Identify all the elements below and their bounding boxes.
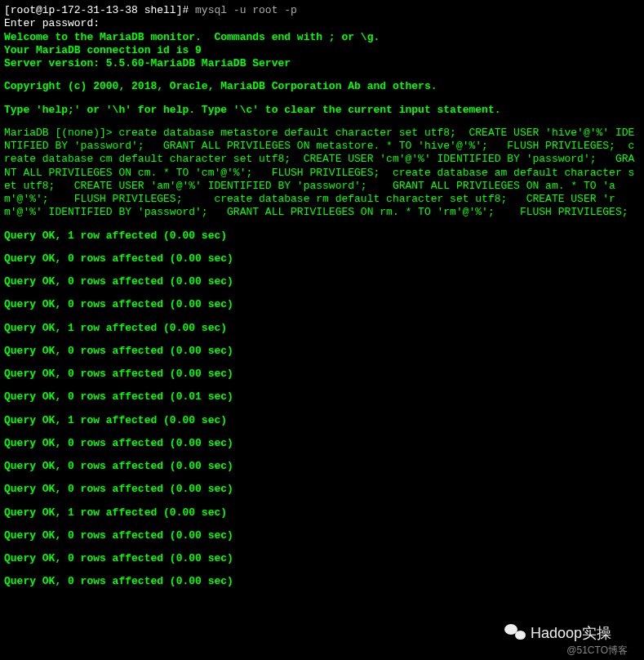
query-result-line: Query OK, 0 rows affected (0.00 sec): [4, 275, 640, 288]
query-result-line: Query OK, 0 rows affected (0.00 sec): [4, 345, 640, 358]
query-result-line: Query OK, 1 row affected (0.00 sec): [4, 506, 640, 520]
watermark: Hadoop实操: [504, 624, 611, 643]
copyright-line: Copyright (c) 2000, 2018, Oracle, MariaD…: [4, 80, 640, 93]
query-result-line: Query OK, 0 rows affected (0.00 sec): [4, 575, 640, 588]
query-result-line: Query OK, 1 row affected (0.00 sec): [4, 230, 640, 243]
welcome-line: Welcome to the MariaDB monitor. Commands…: [4, 31, 640, 44]
query-result-line: Query OK, 0 rows affected (0.00 sec): [4, 483, 640, 496]
server-version-line: Server version: 5.5.60-MariaDB MariaDB S…: [4, 57, 640, 70]
query-result-line: Query OK, 0 rows affected (0.00 sec): [4, 368, 640, 381]
shell-command: mysql -u root -p: [195, 4, 297, 16]
sql-input[interactable]: MariaDB [(none)]> create database metast…: [4, 127, 640, 220]
query-result-line: Query OK, 0 rows affected (0.00 sec): [4, 437, 640, 450]
help-line: Type 'help;' or '\h' for help. Type '\c'…: [4, 104, 640, 117]
watermark-text: Hadoop实操: [531, 624, 611, 643]
wechat-icon: [504, 624, 526, 642]
password-prompt: Enter password:: [4, 17, 640, 30]
query-result-line: Query OK, 0 rows affected (0.01 sec): [4, 390, 640, 404]
shell-prompt-line: [root@ip-172-31-13-38 shell]# mysql -u r…: [4, 4, 640, 17]
query-result-line: Query OK, 1 row affected (0.00 sec): [4, 322, 640, 335]
query-result-line: Query OK, 0 rows affected (0.00 sec): [4, 298, 640, 311]
query-result-line: Query OK, 0 rows affected (0.00 sec): [4, 460, 640, 473]
query-result-line: Query OK, 0 rows affected (0.00 sec): [4, 252, 640, 265]
query-results: Query OK, 1 row affected (0.00 sec)Query…: [4, 230, 640, 599]
shell-prompt: [root@ip-172-31-13-38 shell]#: [4, 4, 195, 16]
query-result-line: Query OK, 0 rows affected (0.00 sec): [4, 529, 640, 542]
query-result-line: Query OK, 0 rows affected (0.00 sec): [4, 552, 640, 565]
query-result-line: Query OK, 1 row affected (0.00 sec): [4, 414, 640, 427]
connection-id-line: Your MariaDB connection id is 9: [4, 44, 640, 57]
attribution: @51CTO博客: [566, 644, 628, 657]
